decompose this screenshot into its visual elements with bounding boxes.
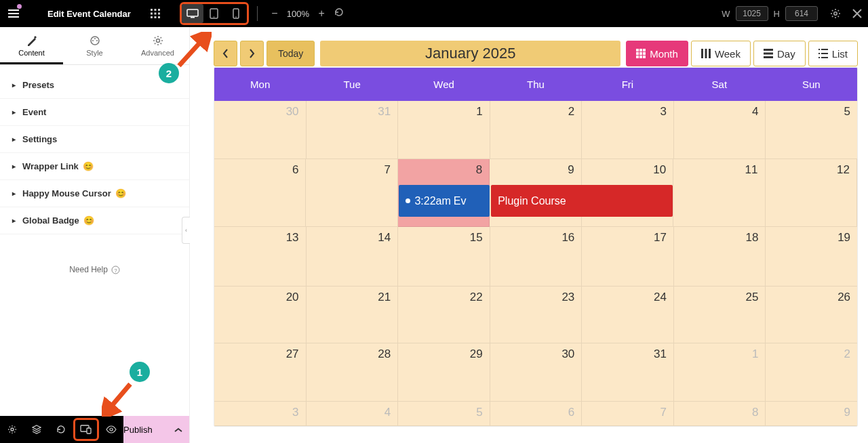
calendar-today-button[interactable]: Today [267, 41, 315, 66]
calendar-day-cell[interactable]: 28 [307, 343, 399, 402]
tab-content[interactable]: Content [0, 27, 63, 64]
view-month-button[interactable]: Month [626, 41, 688, 66]
calendar-day-cell[interactable]: 3 [214, 402, 307, 426]
svg-rect-47 [821, 57, 828, 58]
calendar-day-cell[interactable]: 1 [674, 343, 766, 402]
day-number: 20 [286, 291, 299, 304]
calendar-day-cell[interactable]: 22 [398, 287, 490, 343]
svg-point-16 [91, 37, 99, 45]
calendar-day-cell[interactable]: 2 [490, 101, 583, 159]
svg-rect-1 [154, 9, 156, 11]
calendar-day-cell[interactable]: 25 [674, 287, 766, 343]
page-settings-button[interactable] [0, 416, 24, 443]
tab-advanced[interactable]: Advanced [126, 27, 189, 64]
zoom-reset-button[interactable] [334, 7, 344, 20]
day-number: 29 [470, 347, 483, 361]
calendar-day-cell[interactable]: 6 [490, 402, 583, 426]
day-number: 26 [837, 291, 850, 304]
device-desktop-button[interactable] [182, 4, 203, 23]
calendar-day-cell[interactable]: 3 [582, 101, 674, 159]
editor-canvas: Today January 2025 Month Week Day [190, 27, 868, 443]
view-week-button[interactable]: Week [691, 41, 751, 66]
zoom-out-button[interactable]: − [269, 7, 280, 20]
calendar-day-cell[interactable]: 23 [490, 287, 583, 343]
calendar-day-cell[interactable]: 13 [214, 227, 307, 287]
day-number: 6 [292, 163, 298, 177]
close-editor-button[interactable] [846, 0, 868, 27]
calendar-day-cell[interactable]: 29 [398, 343, 490, 402]
accordion-event[interactable]: ▸Event [0, 99, 189, 126]
day-number: 30 [286, 105, 299, 119]
svg-point-26 [110, 428, 113, 431]
accordion-global-badge[interactable]: ▸Global Badge😊 [0, 207, 189, 234]
apps-grid-button[interactable] [144, 0, 166, 27]
calendar-day-cell[interactable]: 7 [582, 402, 674, 426]
navigator-button[interactable] [24, 416, 49, 443]
calendar-day-cell[interactable]: 24 [582, 287, 674, 343]
calendar-day-cell[interactable]: 5 [398, 402, 490, 426]
height-label: H [774, 9, 780, 19]
calendar-day-cell[interactable]: 19 [766, 227, 857, 287]
day-number: 11 [745, 163, 758, 177]
svg-rect-10 [191, 17, 195, 18]
day-number: 2 [844, 347, 850, 361]
accordion-happy-mouse-cursor[interactable]: ▸Happy Mouse Cursor😊 [0, 180, 189, 207]
calendar-body: 30311234567891011123:22amEvPlugin Course… [214, 101, 857, 426]
calendar-day-cell[interactable]: 31 [307, 101, 399, 159]
calendar-day-cell[interactable]: 8 [674, 402, 766, 426]
calendar-day-cell[interactable]: 4 [307, 402, 399, 426]
zoom-in-button[interactable]: + [316, 7, 327, 20]
event-time: 3:22am [414, 195, 450, 207]
calendar-day-cell[interactable]: 17 [582, 227, 674, 287]
calendar-day-cell[interactable]: 1 [398, 101, 490, 159]
calendar-prev-button[interactable] [214, 41, 237, 66]
calendar-row: 272829303112 [214, 343, 857, 402]
calendar-day-cell[interactable]: 15 [398, 227, 490, 287]
day-number: 22 [470, 291, 483, 304]
calendar-day-cell[interactable]: 31 [582, 343, 674, 402]
calendar-day-cell[interactable]: 20 [214, 287, 307, 343]
svg-point-18 [96, 40, 98, 41]
accordion-wrapper-link[interactable]: ▸Wrapper Link😊 [0, 153, 189, 180]
accordion-presets[interactable]: ▸Presets [0, 72, 189, 99]
calendar-event[interactable]: Plugin Course [491, 185, 672, 217]
calendar-next-button[interactable] [240, 41, 264, 66]
svg-rect-4 [154, 13, 156, 15]
height-input[interactable] [785, 6, 818, 21]
calendar-day-cell[interactable]: 14 [307, 227, 399, 287]
day-number: 18 [746, 231, 759, 245]
day-number: 3 [660, 105, 666, 119]
menu-button[interactable] [0, 0, 27, 27]
calendar-day-cell[interactable]: 30 [214, 101, 307, 159]
history-button[interactable] [49, 416, 73, 443]
responsive-mode-button[interactable] [73, 418, 99, 441]
calendar-title-bar: January 2025 [320, 41, 620, 66]
width-input[interactable] [736, 6, 768, 21]
need-help-link[interactable]: Need Help ? [0, 265, 189, 274]
svg-rect-33 [636, 56, 639, 58]
calendar-day-cell[interactable]: 30 [490, 343, 583, 402]
view-list-button[interactable]: List [808, 41, 858, 66]
calendar-event[interactable]: 3:22amEv [399, 185, 490, 217]
calendar-day-cell[interactable]: 4 [674, 101, 766, 159]
calendar-day-cell[interactable]: 9 [766, 402, 857, 426]
calendar-day-cell[interactable]: 5 [766, 101, 857, 159]
publish-button[interactable]: Publish [123, 416, 189, 443]
accordion-settings[interactable]: ▸Settings [0, 126, 189, 153]
calendar-day-cell[interactable]: 21 [307, 287, 399, 343]
calendar-day-cell[interactable]: 16 [490, 227, 583, 287]
device-tablet-button[interactable] [203, 4, 225, 23]
calendar-day-cell[interactable]: 18 [674, 227, 766, 287]
view-day-button[interactable]: Day [753, 41, 806, 66]
day-number: 30 [561, 347, 574, 361]
calendar-day-cell[interactable]: 27 [214, 343, 307, 402]
device-mobile-button[interactable] [225, 4, 247, 23]
settings-gear-button[interactable] [825, 0, 846, 27]
calendar-day-cell[interactable]: 26 [766, 287, 857, 343]
sidebar-collapse-button[interactable]: ‹ [182, 217, 190, 244]
day-header: Tue [306, 68, 397, 101]
preview-button[interactable] [99, 416, 123, 443]
calendar-day-cell[interactable]: 2 [766, 343, 857, 402]
day-number: 15 [470, 231, 483, 245]
tab-style[interactable]: Style [63, 27, 126, 64]
